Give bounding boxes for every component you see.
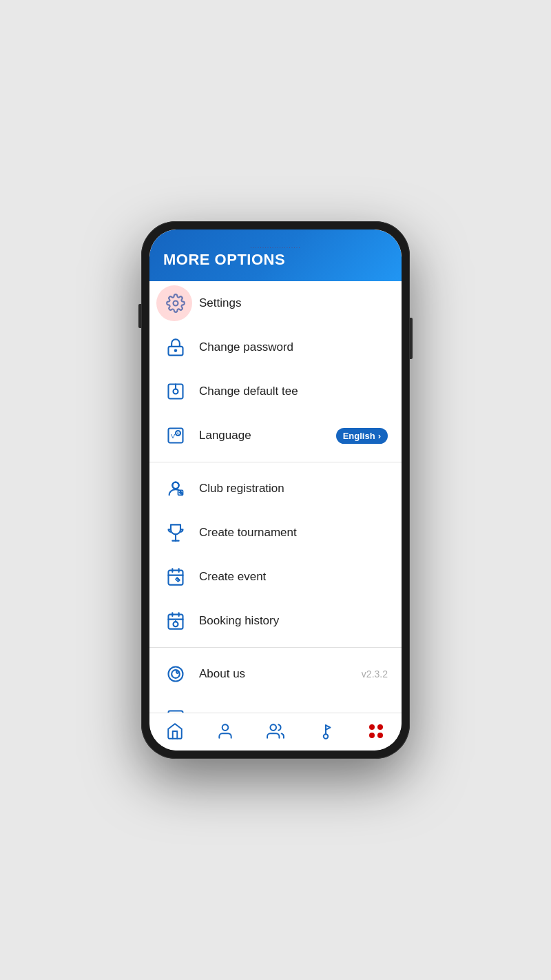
svg-point-30 — [176, 671, 179, 673]
group-icon — [266, 722, 285, 741]
language-menu-item[interactable]: V A Language English › — [149, 414, 402, 458]
language-badge-text: English — [343, 431, 375, 441]
nav-profile[interactable] — [200, 719, 250, 744]
change-password-menu-item[interactable]: Change password — [149, 325, 402, 369]
lock-icon — [163, 335, 188, 360]
menu-content: Settings Change password — [149, 281, 402, 713]
settings-menu-item[interactable]: Settings — [149, 281, 402, 325]
header: ····················· MORE OPTIONS — [149, 229, 402, 281]
divider-1 — [149, 462, 402, 462]
gear-icon — [163, 291, 188, 316]
club-registration-label: Club registration — [199, 482, 388, 496]
grid-dots-container — [369, 724, 383, 738]
svg-point-42 — [270, 724, 276, 731]
bottom-navigation — [149, 713, 402, 751]
dot-2 — [377, 724, 383, 730]
svg-text:V: V — [171, 433, 176, 440]
settings-label: Settings — [199, 296, 388, 310]
svg-point-11 — [172, 482, 178, 489]
svg-point-28 — [169, 667, 183, 682]
create-event-label: Create event — [199, 570, 388, 584]
support-icon — [163, 706, 188, 713]
nav-more[interactable] — [351, 719, 402, 744]
nav-group[interactable] — [250, 719, 300, 744]
svg-point-41 — [222, 724, 228, 731]
phone-frame: ····················· MORE OPTIONS Setti… — [141, 221, 410, 759]
language-label: Language — [199, 429, 336, 442]
about-us-label: About us — [199, 667, 362, 681]
golf-logo-icon — [163, 662, 188, 686]
change-default-tee-menu-item[interactable]: Change default tee — [149, 369, 402, 414]
booking-icon — [163, 609, 188, 633]
create-tournament-label: Create tournament — [199, 526, 388, 540]
home-icon — [165, 722, 185, 741]
change-password-label: Change password — [199, 340, 388, 354]
svg-point-2 — [175, 350, 176, 351]
nav-home[interactable] — [149, 719, 200, 744]
language-icon: V A — [163, 423, 188, 448]
about-us-menu-item[interactable]: About us v2.3.2 — [149, 652, 402, 696]
edit-calendar-icon — [163, 564, 188, 589]
watermark-text: ····················· — [163, 242, 388, 251]
support-menu-item[interactable]: Support — [149, 696, 402, 713]
version-text: v2.3.2 — [362, 668, 388, 680]
change-default-tee-label: Change default tee — [199, 385, 388, 398]
svg-point-0 — [174, 301, 178, 306]
nav-golf[interactable] — [301, 719, 351, 744]
svg-point-43 — [324, 734, 329, 739]
language-badge-arrow: › — [378, 431, 381, 441]
dot-1 — [369, 724, 375, 730]
dots-icon — [366, 722, 386, 741]
svg-rect-17 — [169, 571, 183, 585]
tee-icon — [163, 379, 188, 404]
divider-2 — [149, 647, 402, 648]
page-title: MORE OPTIONS — [163, 251, 388, 269]
person-badge-icon — [163, 476, 188, 501]
person-icon — [216, 722, 235, 741]
svg-text:A: A — [176, 431, 179, 436]
support-label: Support — [199, 711, 388, 713]
phone-screen: ····················· MORE OPTIONS Setti… — [149, 229, 402, 751]
trophy-icon — [163, 520, 188, 545]
golf-pin-icon — [316, 722, 335, 741]
create-tournament-menu-item[interactable]: Create tournament — [149, 511, 402, 555]
dot-3 — [369, 733, 375, 738]
svg-point-26 — [174, 622, 178, 626]
dot-4 — [377, 733, 383, 738]
club-registration-menu-item[interactable]: Club registration — [149, 467, 402, 511]
booking-history-menu-item[interactable]: Booking history — [149, 599, 402, 643]
create-event-menu-item[interactable]: Create event — [149, 555, 402, 599]
language-badge[interactable]: English › — [336, 428, 388, 444]
booking-history-label: Booking history — [199, 614, 388, 628]
